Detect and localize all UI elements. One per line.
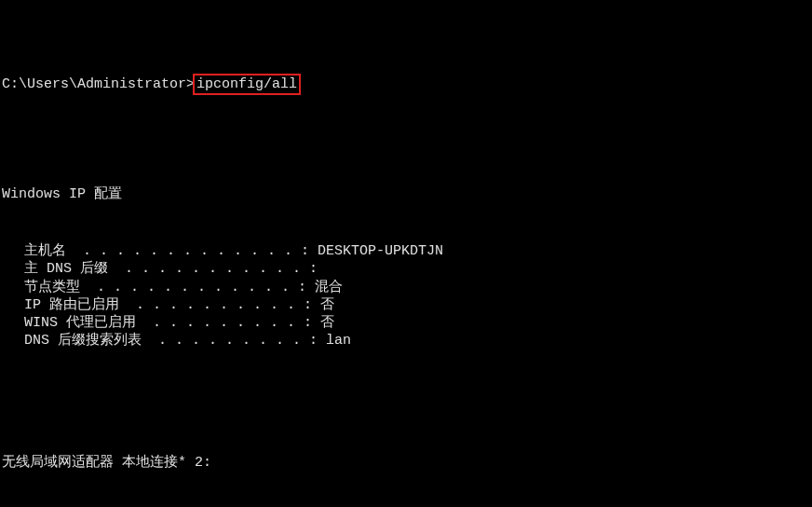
row-dots: . . . . . . . . . — [150, 333, 309, 349]
row-value: DESKTOP-UPKDTJN — [318, 243, 443, 259]
row-separator: : — [301, 243, 318, 259]
row-separator: : — [309, 333, 326, 349]
row-value: 否 — [320, 315, 334, 331]
config-row: WINS 代理已启用 . . . . . . . . . : 否 — [2, 314, 812, 332]
windows-ip-section: Windows IP 配置 主机名 . . . . . . . . . . . … — [2, 149, 812, 367]
row-dots: . . . . . . . . . . . . . — [74, 243, 301, 259]
row-label: 主 DNS 后缀 — [24, 261, 116, 277]
row-dots: . . . . . . . . . . . . — [88, 280, 298, 295]
row-label: 主机名 — [24, 243, 74, 259]
config-row: 主 DNS 后缀 . . . . . . . . . . . : — [2, 260, 812, 278]
adapter-2-section: 无线局域网适配器 本地连接* 2: 媒体状态 . . . . . . . . .… — [2, 418, 812, 507]
config-row: IP 路由已启用 . . . . . . . . . . : 否 — [2, 296, 812, 314]
windows-ip-header: Windows IP 配置 — [2, 185, 812, 203]
row-separator: : — [298, 280, 315, 295]
row-label: IP 路由已启用 — [24, 297, 128, 313]
row-label: DNS 后缀搜索列表 — [24, 333, 150, 349]
row-value: 否 — [320, 297, 334, 313]
row-label: WINS 代理已启用 — [24, 315, 144, 331]
row-separator: : — [304, 315, 320, 331]
windows-ip-body: 主机名 . . . . . . . . . . . . . : DESKTOP-… — [2, 242, 812, 349]
config-row: 主机名 . . . . . . . . . . . . . : DESKTOP-… — [2, 242, 812, 260]
row-dots: . . . . . . . . . . — [128, 297, 304, 313]
row-label: 节点类型 — [24, 280, 88, 295]
command-prompt-line: C:\Users\Administrator>ipconfig/all — [2, 74, 812, 95]
row-value: 混合 — [315, 280, 343, 295]
row-dots: . . . . . . . . . — [144, 315, 304, 331]
row-dots: . . . . . . . . . . . — [116, 261, 309, 277]
command-highlight: ipconfig/all — [193, 74, 301, 95]
row-value: lan — [326, 333, 351, 349]
row-separator: : — [304, 297, 320, 313]
row-separator: : — [309, 261, 326, 277]
config-row: DNS 后缀搜索列表 . . . . . . . . . : lan — [2, 332, 812, 349]
config-row: 节点类型 . . . . . . . . . . . . : 混合 — [2, 279, 812, 296]
typed-command[interactable]: ipconfig/all — [196, 76, 297, 92]
cwd-path: C:\Users\Administrator> — [2, 76, 195, 92]
adapter-2-title: 无线局域网适配器 本地连接* 2: — [2, 454, 812, 472]
